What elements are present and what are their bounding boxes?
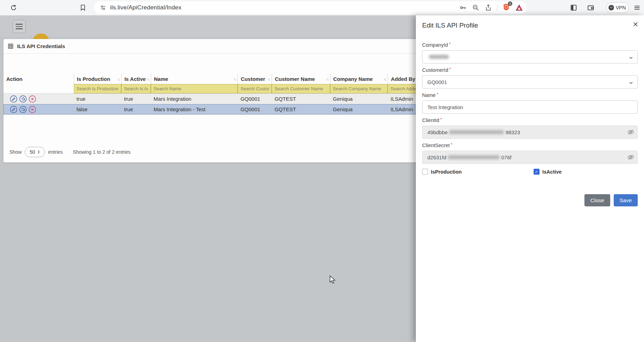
sort-icon[interactable]: ↑↓ bbox=[383, 74, 386, 84]
customerid-group: CustomerId GQ0001 ⌄ bbox=[422, 67, 638, 89]
sort-icon[interactable]: ↑↓ bbox=[117, 74, 119, 84]
panel-title: Edit ILS API Profile bbox=[422, 22, 478, 29]
clientsecret-group: ClientSecret d2631fd 076f bbox=[422, 142, 638, 164]
close-button[interactable]: Close bbox=[584, 194, 610, 206]
column-header-name[interactable]: Name↑↓ bbox=[151, 74, 238, 84]
vpn-label: VPN bbox=[616, 5, 626, 10]
browser-window: › ils.live/ApiCredential/Index bbox=[0, 0, 644, 342]
companyid-group: CompanyId ⌄ bbox=[422, 42, 638, 63]
column-header-company-name[interactable]: Company Name↑↓ bbox=[330, 74, 388, 84]
search-cell-action bbox=[3, 84, 74, 93]
show-label: Show bbox=[9, 149, 22, 155]
refresh-icon[interactable] bbox=[19, 95, 27, 103]
cell-customer: GQ0001 bbox=[238, 104, 272, 114]
customerid-select[interactable]: GQ0001 ⌄ bbox=[422, 75, 638, 89]
eye-off-icon bbox=[627, 128, 635, 136]
clientsecret-prefix: d2631fd bbox=[427, 154, 446, 160]
save-button[interactable]: Save bbox=[614, 194, 638, 206]
chevron-down-icon: ⌄ bbox=[628, 53, 634, 60]
customerid-label: CustomerId bbox=[422, 67, 451, 73]
bookmark-icon[interactable] bbox=[79, 4, 86, 12]
page-title: ILS API Credentials bbox=[17, 43, 65, 49]
sort-icon[interactable]: ↑↓ bbox=[267, 74, 270, 84]
share-icon[interactable] bbox=[484, 4, 492, 12]
bat-icon[interactable] bbox=[515, 4, 523, 12]
clientid-label: ClientId bbox=[422, 117, 442, 123]
sidebar-toggle-button[interactable] bbox=[13, 20, 26, 33]
credentials-table: Action Is Production↑↓ Is Active↑↓ Name↑… bbox=[3, 74, 436, 115]
clientsecret-label: ClientSecret bbox=[422, 143, 452, 148]
table-footer: Show 50 ▲▼ entries Showing 1 to 2 of 2 e… bbox=[3, 139, 436, 158]
delete-icon[interactable] bbox=[29, 106, 36, 113]
close-icon[interactable]: ✕ bbox=[633, 21, 638, 28]
search-input-company-name[interactable] bbox=[330, 84, 388, 93]
divider bbox=[497, 4, 497, 11]
delete-icon[interactable] bbox=[29, 95, 36, 103]
table-search-row bbox=[3, 84, 436, 93]
name-value: Test Integration bbox=[427, 104, 463, 110]
column-header-customer[interactable]: Customer↑↓ bbox=[238, 74, 272, 84]
isproduction-checkbox[interactable] bbox=[422, 169, 428, 175]
refresh-icon[interactable] bbox=[19, 106, 27, 113]
clientsecret-input[interactable]: d2631fd 076f bbox=[422, 151, 638, 164]
isproduction-checkbox-group[interactable]: IsProduction bbox=[422, 169, 534, 175]
menu-icon[interactable] bbox=[633, 4, 641, 12]
select-arrows-icon: ▲▼ bbox=[38, 150, 40, 154]
toggle-visibility-button[interactable] bbox=[627, 128, 635, 137]
reload-icon[interactable] bbox=[10, 4, 17, 12]
cell-is-production: true bbox=[74, 94, 122, 104]
cell-is-active: true bbox=[121, 104, 151, 114]
isactive-checkbox-group[interactable]: ✓ IsActive bbox=[534, 169, 562, 175]
table-row-selected[interactable]: false true Mars Integration - Test GQ000… bbox=[3, 104, 436, 114]
column-header-action: Action bbox=[3, 74, 74, 84]
cell-customer: GQ0001 bbox=[238, 94, 272, 104]
search-input-customer-name[interactable] bbox=[272, 84, 330, 93]
clientid-group: ClientId 49bdbbe 98323 bbox=[422, 117, 638, 139]
cell-name: Mars Integration bbox=[151, 94, 238, 104]
card-header: ILS API Credentials bbox=[3, 39, 436, 54]
vpn-button[interactable]: – VPN bbox=[606, 2, 629, 13]
brave-shield-icon[interactable]: 1 bbox=[502, 3, 510, 13]
cell-customer-name: GQTEST bbox=[272, 104, 330, 114]
search-input-is-production[interactable] bbox=[74, 84, 122, 93]
toggle-visibility-button[interactable] bbox=[627, 153, 635, 162]
redacted-value bbox=[448, 155, 500, 159]
search-input-customer[interactable] bbox=[238, 84, 272, 93]
column-header-is-production[interactable]: Is Production↑↓ bbox=[74, 74, 122, 84]
credentials-card: ILS API Credentials Action Is Production… bbox=[3, 39, 436, 162]
sidebar-icon[interactable] bbox=[570, 4, 577, 12]
column-header-customer-name[interactable]: Customer Name↑↓ bbox=[272, 74, 330, 84]
sort-icon[interactable]: ↑↓ bbox=[326, 74, 328, 84]
isactive-checkbox[interactable]: ✓ bbox=[534, 169, 540, 175]
site-settings-icon[interactable] bbox=[100, 4, 107, 11]
key-icon[interactable] bbox=[459, 4, 467, 12]
cell-is-production: false bbox=[74, 104, 122, 114]
clientid-prefix: 49bdbbe bbox=[427, 129, 448, 135]
sort-icon[interactable]: ↑↓ bbox=[147, 74, 149, 84]
url-text[interactable]: ils.live/ApiCredential/Index bbox=[110, 4, 181, 11]
name-input[interactable]: Test Integration bbox=[422, 100, 638, 114]
isactive-label: IsActive bbox=[542, 169, 562, 175]
search-input-is-active[interactable] bbox=[121, 84, 151, 93]
name-group: Name Test Integration bbox=[422, 92, 638, 114]
table-row[interactable]: true true Mars Integration GQ0001 GQTEST… bbox=[3, 93, 436, 104]
chevron-down-icon: ⌄ bbox=[628, 78, 634, 85]
cell-company-name: Geniqua bbox=[330, 104, 388, 114]
name-label: Name bbox=[422, 92, 438, 98]
edit-panel: Edit ILS API Profile ✕ CompanyId ⌄ Custo… bbox=[416, 15, 644, 342]
customerid-value: GQ0001 bbox=[427, 79, 447, 85]
url-bar[interactable]: ils.live/ApiCredential/Index bbox=[94, 1, 527, 14]
entries-label: entries bbox=[48, 149, 63, 155]
clientid-input[interactable]: 49bdbbe 98323 bbox=[422, 126, 638, 139]
sort-icon[interactable]: ↑↓ bbox=[233, 74, 236, 84]
wallet-icon[interactable] bbox=[587, 4, 595, 12]
edit-icon[interactable] bbox=[10, 95, 17, 103]
zoom-out-icon[interactable] bbox=[472, 4, 480, 12]
edit-icon[interactable] bbox=[10, 106, 17, 113]
search-input-name[interactable] bbox=[151, 84, 238, 93]
redacted-value bbox=[429, 55, 449, 59]
page-size-select[interactable]: 50 ▲▼ bbox=[25, 147, 45, 157]
shield-badge: 1 bbox=[508, 1, 512, 6]
companyid-select[interactable]: ⌄ bbox=[422, 50, 638, 63]
column-header-is-active[interactable]: Is Active↑↓ bbox=[121, 74, 151, 84]
